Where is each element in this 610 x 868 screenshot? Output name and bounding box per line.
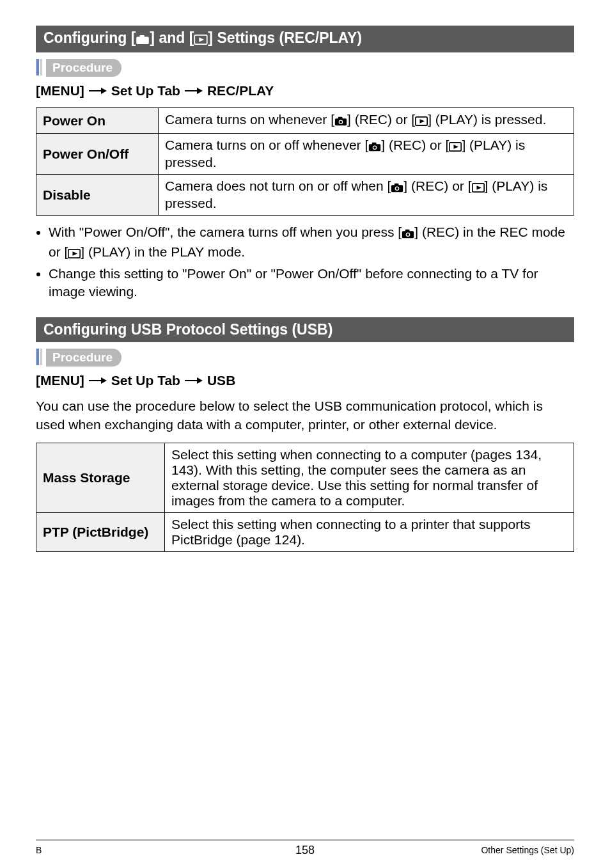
play-icon [449, 139, 462, 155]
table-row: Power On/Off Camera turns on or off when… [36, 134, 574, 175]
table-row: Power On Camera turns on whenever [] (RE… [36, 108, 574, 134]
usb-row2-key: PTP (PictBridge) [36, 513, 165, 552]
procedure-tick-icon [36, 349, 43, 367]
camera-icon [334, 114, 347, 129]
footer-left: B [36, 845, 42, 855]
procedure-row-2: Procedure [36, 349, 574, 367]
camera-icon [391, 180, 403, 196]
procedure-label-1: Procedure [46, 59, 121, 77]
play-icon [68, 245, 81, 263]
procedure-tick-icon [36, 59, 43, 77]
section1-title-pre: Configuring [ [43, 29, 136, 46]
play-icon [472, 180, 485, 196]
row3-val: Camera does not turn on or off when [] (… [159, 175, 574, 216]
table-row: Mass Storage Select this setting when co… [36, 443, 574, 513]
list-item: With "Power On/Off", the camera turns of… [49, 223, 574, 264]
section1-notes: With "Power On/Off", the camera turns of… [36, 223, 574, 301]
page-footer: B 158 Other Settings (Set Up) [36, 839, 574, 855]
footer-rule [36, 839, 574, 841]
row3-key: Disable [36, 175, 159, 216]
nav2-c: USB [207, 373, 235, 388]
nav1-b: Set Up Tab [111, 83, 180, 99]
row1-key: Power On [36, 108, 159, 134]
section1-title-post: ] Settings (REC/PLAY) [208, 29, 362, 46]
section2-title: Configuring USB Protocol Settings (USB) [36, 317, 574, 342]
procedure-label-2: Procedure [46, 349, 121, 367]
footer-right: Other Settings (Set Up) [481, 845, 574, 855]
nav2-a: [MENU] [36, 373, 84, 388]
camera-icon [368, 139, 381, 155]
usb-table: Mass Storage Select this setting when co… [36, 443, 574, 552]
arrow-right-icon [184, 376, 203, 385]
rec-play-table: Power On Camera turns on whenever [] (RE… [36, 107, 574, 216]
row2-key: Power On/Off [36, 134, 159, 175]
procedure-row-1: Procedure [36, 59, 574, 77]
arrow-right-icon [184, 86, 203, 95]
play-icon [415, 114, 428, 129]
page: Configuring [] and [] Settings (REC/PLAY… [0, 0, 610, 868]
list-item: Change this setting to "Power On" or "Po… [49, 265, 574, 301]
table-row: PTP (PictBridge) Select this setting whe… [36, 513, 574, 552]
table-row: Disable Camera does not turn on or off w… [36, 175, 574, 216]
usb-row1-key: Mass Storage [36, 443, 165, 513]
play-icon [194, 31, 208, 49]
usb-row2-val: Select this setting when connecting to a… [165, 513, 574, 552]
nav-line-2: [MENU] Set Up Tab USB [36, 373, 574, 388]
row2-val: Camera turns on or off whenever [] (REC)… [159, 134, 574, 175]
section2-intro: You can use the procedure below to selec… [36, 397, 574, 434]
nav1-a: [MENU] [36, 83, 84, 99]
arrow-right-icon [88, 86, 107, 95]
row1-val: Camera turns on whenever [] (REC) or [] … [159, 108, 574, 134]
arrow-right-icon [88, 376, 107, 385]
section1-title: Configuring [] and [] Settings (REC/PLAY… [36, 26, 574, 52]
nav-line-1: [MENU] Set Up Tab REC/PLAY [36, 83, 574, 99]
nav2-b: Set Up Tab [111, 373, 180, 388]
page-number: 158 [295, 844, 315, 857]
usb-row1-val: Select this setting when connecting to a… [165, 443, 574, 513]
camera-icon [136, 31, 150, 49]
section1-title-mid: ] and [ [150, 29, 194, 46]
nav1-c: REC/PLAY [207, 83, 274, 99]
camera-icon [402, 225, 414, 243]
